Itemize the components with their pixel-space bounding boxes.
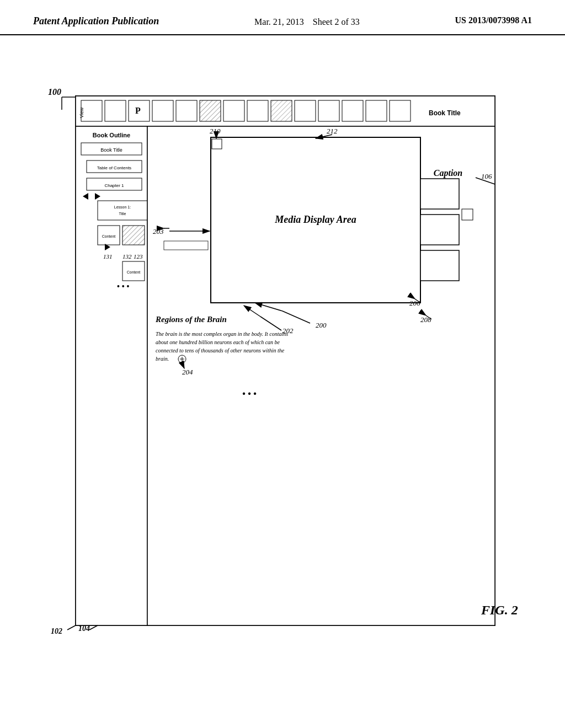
svg-line-66 <box>89 625 98 630</box>
svg-rect-9 <box>105 100 126 121</box>
svg-text:200: 200 <box>316 321 327 329</box>
svg-rect-26 <box>390 100 411 121</box>
svg-text:Caption: Caption <box>434 168 463 178</box>
svg-text:Regions of the Brain: Regions of the Brain <box>155 315 227 324</box>
svg-text:123: 123 <box>134 253 143 260</box>
svg-text:about one hundred billion neur: about one hundred billion neurons each o… <box>156 339 280 345</box>
svg-rect-101 <box>420 250 459 281</box>
svg-text:Title: Title <box>119 212 126 216</box>
svg-text:131: 131 <box>103 253 113 260</box>
svg-rect-99 <box>420 179 459 209</box>
svg-rect-13 <box>176 100 197 121</box>
page-header: Patent Application Publication Mar. 21, … <box>0 0 565 35</box>
svg-text:brain.: brain. <box>156 356 169 362</box>
svg-rect-19 <box>223 100 244 121</box>
diagram-svg: 100 102 View P <box>45 52 520 647</box>
svg-text:Table of Contents: Table of Contents <box>97 165 131 170</box>
svg-rect-21 <box>271 100 292 121</box>
svg-text:Media Display Area: Media Display Area <box>274 214 356 225</box>
svg-text:Book Outline: Book Outline <box>93 132 130 138</box>
publication-type: Patent Application Publication <box>33 15 159 27</box>
svg-rect-12 <box>152 100 173 121</box>
svg-text:202: 202 <box>282 326 294 335</box>
svg-text:FIG. 2: FIG. 2 <box>481 603 518 617</box>
svg-rect-85 <box>212 139 222 149</box>
svg-rect-20 <box>247 100 268 121</box>
svg-text:208: 208 <box>420 315 431 324</box>
svg-line-5 <box>67 625 76 630</box>
svg-rect-57 <box>122 226 145 245</box>
svg-text:104: 104 <box>78 624 90 633</box>
svg-text:Content: Content <box>127 270 141 274</box>
svg-rect-25 <box>366 100 387 121</box>
svg-text:106: 106 <box>481 172 492 180</box>
svg-text:Content: Content <box>102 234 116 238</box>
svg-text:132: 132 <box>122 253 132 260</box>
main-content: 100 102 View P <box>0 35 565 664</box>
svg-text:204: 204 <box>182 368 193 376</box>
svg-text:Book Title: Book Title <box>429 109 461 117</box>
publication-number: US 2013/0073998 A1 <box>455 15 532 25</box>
svg-text:203: 203 <box>153 227 164 235</box>
svg-text:connected to tens of thousands: connected to tens of thousands of other … <box>156 347 285 354</box>
svg-text:• • •: • • • <box>242 389 257 398</box>
svg-text:• • •: • • • <box>117 282 130 291</box>
svg-text:P: P <box>135 106 141 115</box>
svg-text:210: 210 <box>210 127 221 135</box>
svg-rect-14 <box>200 100 221 121</box>
svg-text:Lesson 1:: Lesson 1: <box>114 205 131 209</box>
svg-text:View: View <box>79 107 84 118</box>
svg-text:Book Title: Book Title <box>100 147 122 153</box>
svg-text:100: 100 <box>48 87 61 97</box>
svg-text:212: 212 <box>327 127 338 135</box>
svg-rect-22 <box>295 100 316 121</box>
svg-text:Chapter 1: Chapter 1 <box>104 183 124 188</box>
svg-text:206: 206 <box>409 299 420 307</box>
svg-rect-52 <box>98 201 147 220</box>
svg-rect-23 <box>318 100 339 121</box>
publication-date-sheet: Mar. 21, 2013 Sheet 2 of 33 <box>254 15 360 29</box>
svg-rect-100 <box>420 215 459 245</box>
svg-rect-24 <box>342 100 363 121</box>
svg-text:The brain is the most complex : The brain is the most complex organ in t… <box>156 331 288 337</box>
diagram-container: 100 102 View P <box>45 52 520 647</box>
svg-rect-90 <box>164 241 208 250</box>
svg-rect-104 <box>462 209 473 220</box>
svg-text:102: 102 <box>51 627 62 635</box>
